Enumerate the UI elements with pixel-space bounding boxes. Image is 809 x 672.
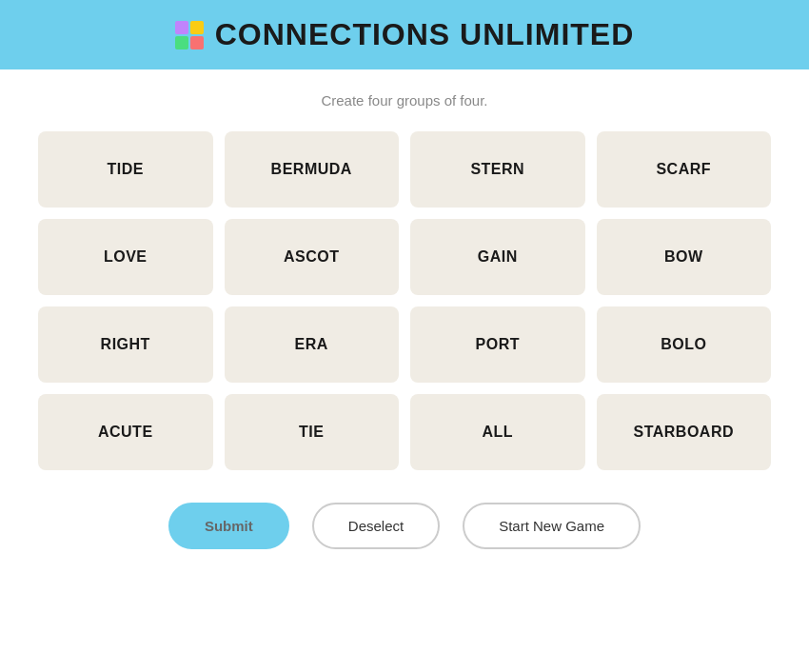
tile-starboard[interactable]: STARBOARD [597,394,772,470]
subtitle: Create four groups of four. [321,92,487,109]
tile-tie[interactable]: TIE [225,394,400,470]
tile-grid: TIDEBERMUDASTERNSCARFLOVEASCOTGAINBOWRIG… [38,131,771,470]
submit-button[interactable]: Submit [168,503,289,549]
new-game-button[interactable]: Start New Game [463,503,641,549]
tile-bolo[interactable]: BOLO [597,306,772,383]
tile-ascot[interactable]: ASCOT [225,219,400,295]
tile-love[interactable]: LOVE [38,219,213,295]
tile-all[interactable]: ALL [410,394,585,470]
tile-right[interactable]: RIGHT [38,306,213,383]
tile-port[interactable]: PORT [410,306,585,383]
app-header: CONNECTIONS UNLIMITED [0,0,809,69]
tile-acute[interactable]: ACUTE [38,394,213,470]
tile-scarf[interactable]: SCARF [597,131,772,208]
tile-era[interactable]: ERA [225,306,400,383]
action-buttons: Submit Deselect Start New Game [168,503,641,549]
tile-tide[interactable]: TIDE [38,131,213,208]
tile-bow[interactable]: BOW [597,219,772,295]
connections-icon [175,21,204,49]
tile-gain[interactable]: GAIN [410,219,585,295]
app-title: CONNECTIONS UNLIMITED [215,17,635,52]
tile-stern[interactable]: STERN [410,131,585,208]
deselect-button[interactable]: Deselect [312,503,440,549]
tile-bermuda[interactable]: BERMUDA [225,131,400,208]
